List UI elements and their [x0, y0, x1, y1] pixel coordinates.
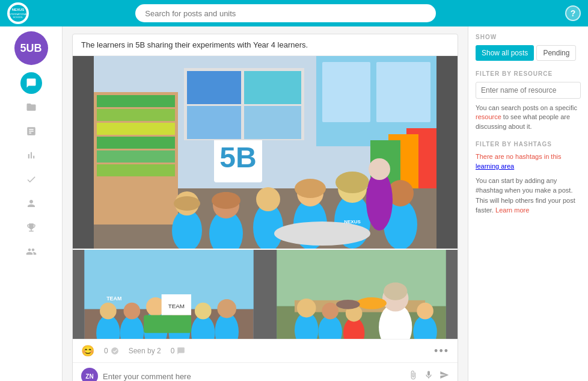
emoji-button[interactable]: 😊	[81, 344, 94, 358]
comment-bar: ZN	[73, 362, 458, 381]
post-footer: 😊 0 Seen by 2 0 •••	[73, 339, 458, 362]
svg-rect-19	[187, 106, 241, 139]
svg-point-80	[417, 303, 433, 320]
svg-point-29	[174, 196, 200, 211]
svg-point-37	[295, 179, 326, 198]
more-button[interactable]: •••	[434, 345, 449, 358]
svg-point-51	[100, 303, 117, 320]
svg-point-40	[335, 172, 369, 193]
learning-area-link[interactable]: learning area	[476, 163, 514, 170]
svg-rect-13	[97, 164, 175, 176]
svg-rect-11	[97, 137, 175, 149]
filter-hashtags-title: FILTER BY HASHTAGS	[476, 141, 581, 147]
sidebar-item-chart[interactable]	[20, 144, 42, 166]
svg-point-76	[322, 303, 338, 320]
svg-point-53	[124, 303, 141, 320]
svg-rect-67	[277, 250, 446, 306]
sidebar-item-trophy[interactable]	[20, 217, 42, 238]
svg-rect-8	[97, 95, 175, 107]
post-images: 5B	[73, 56, 458, 339]
svg-rect-62	[144, 315, 191, 333]
show-all-posts-button[interactable]: Show all posts	[476, 45, 534, 61]
svg-rect-17	[187, 71, 241, 104]
search-bar[interactable]	[135, 4, 436, 22]
svg-point-32	[212, 192, 240, 209]
svg-point-81	[357, 297, 387, 309]
hashtag-section: FILTER BY HASHTAGS There are no hashtags…	[476, 141, 581, 215]
svg-point-82	[336, 300, 360, 309]
comment-input[interactable]	[103, 372, 403, 381]
logo-area: NEXUS INTERNATIONAL SCHOOL	[7, 2, 67, 24]
svg-text:NEXUS: NEXUS	[344, 219, 361, 225]
svg-rect-10	[97, 123, 175, 135]
hashtag-empty-text: There are no hashtags in this learning a…	[476, 152, 581, 171]
sidebar-item-person[interactable]	[20, 193, 42, 214]
post-card: The learners in 5B sharing their experim…	[72, 34, 458, 381]
show-pending-button[interactable]: Pending	[536, 45, 576, 61]
content-area: The learners in 5B sharing their experim…	[63, 26, 468, 381]
commenter-avatar: ZN	[81, 368, 98, 381]
right-panel: SHOW Show all posts Pending FILTER BY RE…	[468, 26, 588, 381]
learn-more-link[interactable]: Learn more	[495, 206, 529, 214]
svg-rect-23	[376, 62, 430, 122]
comment-count: 0	[171, 347, 186, 355]
sidebar-item-check[interactable]	[20, 169, 42, 190]
svg-point-44	[369, 158, 390, 180]
logo-circle: NEXUS INTERNATIONAL SCHOOL	[7, 2, 29, 24]
send-icon[interactable]	[439, 370, 449, 381]
svg-rect-9	[97, 109, 175, 121]
svg-rect-18	[244, 71, 301, 104]
seen-count: Seen by 2	[129, 347, 161, 355]
search-input[interactable]	[135, 4, 436, 22]
show-section-title: SHOW	[476, 34, 581, 40]
resource-input[interactable]	[476, 82, 581, 99]
svg-text:TEAM: TEAM	[168, 303, 185, 309]
svg-rect-22	[322, 62, 370, 122]
svg-point-61	[217, 299, 236, 318]
sidebar: 5UB	[0, 26, 63, 381]
header: NEXUS INTERNATIONAL SCHOOL ?	[0, 0, 588, 26]
help-button[interactable]: ?	[565, 5, 581, 21]
post-caption: The learners in 5B sharing their experim…	[73, 34, 458, 56]
svg-text:TEAM: TEAM	[106, 296, 121, 302]
svg-point-59	[195, 303, 212, 320]
resource-link[interactable]: resource	[476, 113, 501, 120]
svg-rect-12	[97, 150, 175, 163]
show-buttons: Show all posts Pending	[476, 45, 581, 61]
attachment-icon[interactable]	[408, 370, 418, 381]
post-image-sub-right	[265, 249, 458, 339]
svg-text:5B: 5B	[219, 141, 256, 173]
sidebar-item-news[interactable]	[20, 120, 42, 142]
svg-point-74	[297, 299, 316, 318]
post-image-sub-left: TEAM TEAM	[73, 249, 265, 339]
svg-rect-20	[244, 106, 301, 139]
svg-text:SCHOOL: SCHOOL	[13, 16, 24, 19]
svg-text:NEXUS: NEXUS	[12, 8, 25, 11]
comment-actions	[408, 370, 449, 381]
sidebar-item-folder[interactable]	[20, 96, 42, 118]
hashtag-hint: You can start by adding any #hashtag whe…	[476, 176, 581, 215]
svg-point-72	[384, 282, 407, 300]
filter-resource-title: FILTER BY RESOURCE	[476, 70, 581, 77]
sidebar-item-chat[interactable]	[20, 72, 42, 94]
svg-point-45	[274, 221, 370, 246]
post-image-main: 5B	[73, 56, 458, 249]
main-layout: 5UB	[0, 26, 588, 381]
resource-hint: You can search posts on a specific resou…	[476, 104, 581, 131]
microphone-icon[interactable]	[424, 370, 433, 381]
sidebar-item-group[interactable]	[20, 241, 42, 262]
emoji-count: 0	[104, 347, 119, 355]
avatar: 5UB	[14, 31, 48, 65]
svg-point-34	[256, 187, 280, 211]
